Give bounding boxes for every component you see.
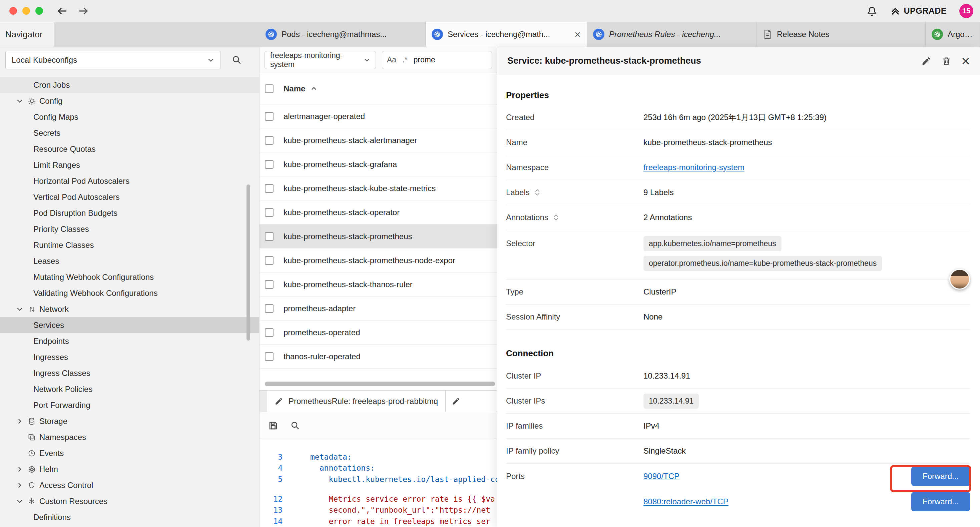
sidebar-item-priority-classes[interactable]: Priority Classes	[0, 221, 259, 237]
sidebar-item-network[interactable]: Network	[0, 301, 259, 317]
sidebar-item-secrets[interactable]: Secrets	[0, 125, 259, 141]
expand-collapse-icon[interactable]	[553, 213, 559, 222]
port-link[interactable]: 8080:reloader-web/TCP	[643, 497, 729, 506]
column-header-name[interactable]: Name	[283, 84, 305, 93]
edit-pencil-icon[interactable]	[921, 56, 931, 66]
forward-button[interactable]: Forward...	[911, 466, 970, 486]
trash-icon[interactable]	[941, 56, 951, 66]
sidebar-item-custom-resources[interactable]: Custom Resources	[0, 493, 259, 509]
table-row-selected[interactable]: kube-prometheus-stack-prometheus	[259, 224, 497, 248]
dock-tab-next[interactable]	[445, 390, 497, 412]
sidebar-item-network-policies[interactable]: Network Policies	[0, 381, 259, 397]
sidebar-item-events[interactable]: Events	[0, 445, 259, 461]
sidebar-item-limit-ranges[interactable]: Limit Ranges	[0, 157, 259, 173]
sidebar-item-resource-quotas[interactable]: Resource Quotas	[0, 141, 259, 157]
table-row[interactable]: kube-prometheus-stack-grafana	[259, 153, 497, 177]
save-icon[interactable]	[267, 420, 279, 431]
sidebar-item-storage[interactable]: Storage	[0, 413, 259, 429]
port-link[interactable]: 9090/TCP	[643, 471, 679, 481]
horizontal-scrollbar-thumb[interactable]	[265, 382, 495, 386]
editor-search-icon[interactable]	[290, 420, 300, 431]
forward-icon[interactable]	[77, 5, 89, 17]
notification-count-badge[interactable]: 15	[959, 4, 973, 18]
back-icon[interactable]	[56, 5, 68, 17]
maximize-window-button[interactable]	[35, 7, 43, 15]
table-row[interactable]: alertmanager-operated	[259, 104, 497, 128]
detail-value[interactable]: 9 Labels	[643, 188, 674, 197]
sidebar-item-namespaces[interactable]: Namespaces	[0, 429, 259, 445]
close-tab-icon[interactable]: ×	[574, 29, 581, 40]
chevron-down-icon[interactable]	[15, 97, 24, 105]
table-row[interactable]: kube-prometheus-stack-thanos-ruler	[259, 272, 497, 296]
sidebar-item-cron-jobs[interactable]: Cron Jobs	[0, 77, 259, 93]
table-row[interactable]: kube-prometheus-stack-operator	[259, 201, 497, 224]
sidebar-search-icon[interactable]	[229, 53, 244, 67]
minimize-window-button[interactable]	[22, 7, 30, 15]
sidebar-item-endpoints[interactable]: Endpoints	[0, 333, 259, 349]
sidebar-item-vertical-pod-autoscalers[interactable]: Vertical Pod Autoscalers	[0, 189, 259, 205]
sidebar-item-leases[interactable]: Leases	[0, 253, 259, 269]
row-checkbox[interactable]	[265, 208, 274, 217]
sidebar-item-access-control[interactable]: Access Control	[0, 477, 259, 493]
sidebar-item-pod-disruption-budgets[interactable]: Pod Disruption Budgets	[0, 205, 259, 221]
chevron-down-icon[interactable]	[15, 305, 24, 314]
table-row[interactable]: kube-prometheus-stack-prometheus-node-ex…	[259, 248, 497, 272]
namespace-filter-select[interactable]: freeleaps-monitoring-system	[264, 51, 376, 69]
detail-label: Annotations	[506, 213, 548, 222]
sidebar-scrollbar[interactable]	[247, 185, 250, 341]
tab-release-notes[interactable]: Release Notes	[757, 22, 926, 47]
close-window-button[interactable]	[10, 7, 17, 15]
sidebar-item-config-maps[interactable]: Config Maps	[0, 109, 259, 125]
yaml-editor[interactable]: 3metadata: 4 annotations: 5 kubectl.kube…	[259, 439, 497, 527]
row-checkbox[interactable]	[265, 160, 274, 169]
row-checkbox[interactable]	[265, 184, 274, 193]
assistant-avatar[interactable]	[949, 269, 970, 290]
namespace-link[interactable]: freeleaps-monitoring-system	[643, 163, 745, 172]
expand-collapse-icon[interactable]	[535, 188, 540, 197]
sidebar-item-ingress-classes[interactable]: Ingress Classes	[0, 365, 259, 381]
row-checkbox[interactable]	[265, 304, 274, 313]
sidebar-item-runtime-classes[interactable]: Runtime Classes	[0, 237, 259, 253]
close-icon[interactable]: ×	[961, 54, 970, 68]
sidebar-item-port-forwarding[interactable]: Port Forwarding	[0, 397, 259, 413]
chevron-right-icon[interactable]	[15, 481, 24, 490]
tab-argo[interactable]: Argo Se	[926, 22, 980, 47]
sort-ascending-icon[interactable]	[310, 85, 317, 92]
regex-toggle[interactable]: .*	[402, 56, 407, 64]
table-row[interactable]: thanos-ruler-operated	[259, 345, 497, 369]
sidebar-item-mutating-webhook-configurations[interactable]: Mutating Webhook Configurations	[0, 269, 259, 285]
row-checkbox[interactable]	[265, 256, 274, 265]
dock-tab-prometheusrule[interactable]: PrometheusRule: freeleaps-prod-rabbitmq	[267, 390, 445, 412]
notifications-bell-icon[interactable]	[866, 5, 878, 17]
tab-prometheus-rules[interactable]: Prometheus Rules - icecheng...	[587, 22, 757, 47]
row-checkbox[interactable]	[265, 232, 274, 241]
table-row[interactable]: prometheus-operated	[259, 320, 497, 345]
tab-pods[interactable]: Pods - icecheng@mathmas...	[259, 22, 426, 47]
chevron-down-icon[interactable]	[15, 497, 24, 506]
table-row[interactable]: kube-prometheus-stack-alertmanager	[259, 128, 497, 153]
sidebar-item-definitions[interactable]: Definitions	[0, 509, 259, 525]
chevron-right-icon[interactable]	[15, 417, 24, 426]
sidebar-item-ingresses[interactable]: Ingresses	[0, 349, 259, 365]
detail-value[interactable]: 2 Annotations	[643, 213, 692, 222]
kubeconfig-selector[interactable]: Local Kubeconfigs	[5, 51, 221, 69]
sidebar-item-horizontal-pod-autoscalers[interactable]: Horizontal Pod Autoscalers	[0, 173, 259, 189]
row-checkbox[interactable]	[265, 136, 274, 145]
match-case-toggle[interactable]: Aa	[387, 56, 396, 64]
row-checkbox[interactable]	[265, 328, 274, 337]
upgrade-button[interactable]: UPGRADE	[890, 6, 947, 16]
sidebar-item-services[interactable]: Services	[0, 317, 259, 333]
sidebar-item-config[interactable]: Config	[0, 93, 259, 109]
forward-button[interactable]: Forward...	[911, 492, 970, 511]
row-checkbox[interactable]	[265, 352, 274, 361]
sidebar-item-validating-webhook-configurations[interactable]: Validating Webhook Configurations	[0, 285, 259, 301]
select-all-checkbox[interactable]	[265, 84, 274, 93]
row-checkbox[interactable]	[265, 280, 274, 289]
table-row[interactable]: kube-prometheus-stack-kube-state-metrics	[259, 177, 497, 201]
table-row[interactable]: prometheus-adapter	[259, 296, 497, 320]
list-search-input[interactable]: Aa .* prome	[382, 51, 492, 69]
tab-services-active[interactable]: Services - icecheng@math... ×	[426, 22, 587, 47]
chevron-right-icon[interactable]	[15, 465, 24, 474]
sidebar-item-helm[interactable]: Helm	[0, 461, 259, 477]
row-checkbox[interactable]	[265, 112, 274, 121]
